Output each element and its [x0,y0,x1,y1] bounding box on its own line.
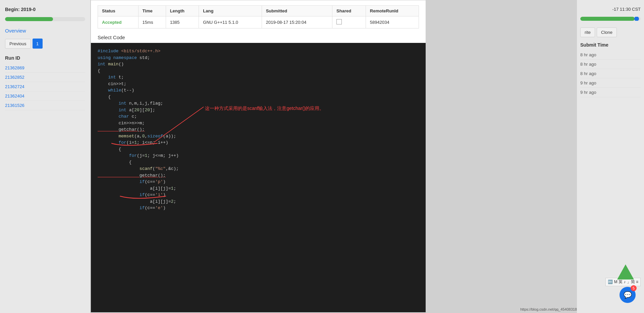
pagination-row: Previous 1 [5,39,85,49]
clone-button[interactable]: Clone [597,27,617,37]
table-row: Accepted 15ms 1385 GNU G++11 5.1.0 2019-… [98,16,419,28]
table-section: Status Time Length Lang Submitted Shared… [91,0,426,32]
scroll-up-button[interactable] [617,264,634,279]
code-line-17: { [98,159,419,166]
run-id-item-2[interactable]: 21362724 [5,82,85,91]
code-line-19: getchar(); [98,172,419,179]
submit-time-1: 8 hr ago [580,60,641,69]
code-line-8: int n,m,i,j,flag; [98,100,419,107]
col-shared: Shared [332,6,366,16]
code-line-18: scanf("%c",&c); [98,166,419,172]
code-line-15: { [98,146,419,153]
code-line-2: int main() [98,61,419,68]
chat-button[interactable]: 💬 5 [620,287,636,303]
run-id-header: Run ID [5,55,85,61]
overview-link[interactable]: Overview [5,28,85,34]
code-line-1: using namespace std; [98,55,419,61]
run-id-item-4[interactable]: 21361526 [5,101,85,110]
code-line-20: if(c=='p') [98,179,419,185]
cell-time: 15ms [138,16,166,28]
code-block[interactable]: #include <bits/stdc++.h> using namespace… [91,43,426,312]
end-time: -17 11:30 CST [580,7,641,12]
col-submitted: Submitted [262,6,332,16]
code-line-11: cin>>n>>m; [98,120,419,127]
right-area: -17 11:30 CST rite Clone Submit Time 8 h… [577,0,644,313]
code-line-4: int t; [98,74,419,81]
col-remote-run-id: RemoteRunId [366,6,419,16]
code-line-5: cin>>t; [98,81,419,87]
submission-modal: Status Time Length Lang Submitted Shared… [91,0,426,313]
col-status: Status [98,6,139,16]
run-id-item-0[interactable]: 21362869 [5,63,85,73]
col-length: Length [166,6,199,16]
submit-time-4: 9 hr ago [580,88,641,97]
cell-shared[interactable] [332,16,366,28]
cell-status: Accepted [98,16,139,28]
code-line-24: if(c=='e') [98,205,419,211]
left-sidebar: Begin: 2019-0 Overview Previous 1 Run ID… [0,0,91,313]
code-line-14: for(i=1; i<=n; i++) [98,139,419,146]
code-line-7: { [98,94,419,101]
cell-length: 1385 [166,16,199,28]
cell-lang: GNU G++11 5.1.0 [199,16,262,28]
run-id-item-1[interactable]: 21362852 [5,73,85,82]
action-buttons: rite Clone [580,27,641,37]
progress-dot [634,17,639,21]
select-code-label: Select Code [91,32,426,43]
code-line-0: #include <bits/stdc++.h> [98,48,419,55]
col-time: Time [138,6,166,16]
submit-time-2: 8 hr ago [580,69,641,78]
run-id-section: Run ID 21362869 21362852 21362724 213624… [5,55,85,110]
code-line-3: { [98,68,419,74]
code-line-9: int a[20][20]; [98,107,419,114]
result-table: Status Time Length Lang Submitted Shared… [98,5,419,28]
right-progress-fill [580,17,635,21]
code-line-6: while(t--) [98,87,419,94]
chat-notification-badge: 5 [631,285,637,291]
code-line-21: a[i][j]=1; [98,185,419,192]
cell-submitted: 2019-08-17 15:20:04 [262,16,332,28]
favorite-button[interactable]: rite [580,27,595,37]
scroll-up-arrow[interactable] [617,264,634,279]
page-1-button[interactable]: 1 [33,39,43,49]
submit-time-header: Submit Time [580,42,641,48]
cell-remote-run-id: 58942034 [366,16,419,28]
code-line-23: a[i][j]=2; [98,198,419,205]
run-id-item-3[interactable]: 21362404 [5,91,85,101]
code-line-10: char c; [98,113,419,120]
code-line-13: memset(a,0,sizeof(a)); [98,133,419,140]
code-line-22: if(c=='i') [98,192,419,198]
submit-time-0: 8 hr ago [580,50,641,60]
right-progress-bar [580,17,641,21]
code-line-16: for(j=1; j<=m; j++) [98,152,419,159]
progress-bar [5,17,85,21]
shared-checkbox[interactable] [336,19,342,24]
submit-time-3: 9 hr ago [580,78,641,88]
code-line-12: getchar(); [98,126,419,133]
begin-date: Begin: 2019-0 [5,7,85,12]
col-lang: Lang [199,6,262,16]
progress-fill [5,17,53,21]
url-bar: https://blog.csdn.net/qq_45408318 [520,307,577,311]
previous-button[interactable]: Previous [5,39,31,49]
